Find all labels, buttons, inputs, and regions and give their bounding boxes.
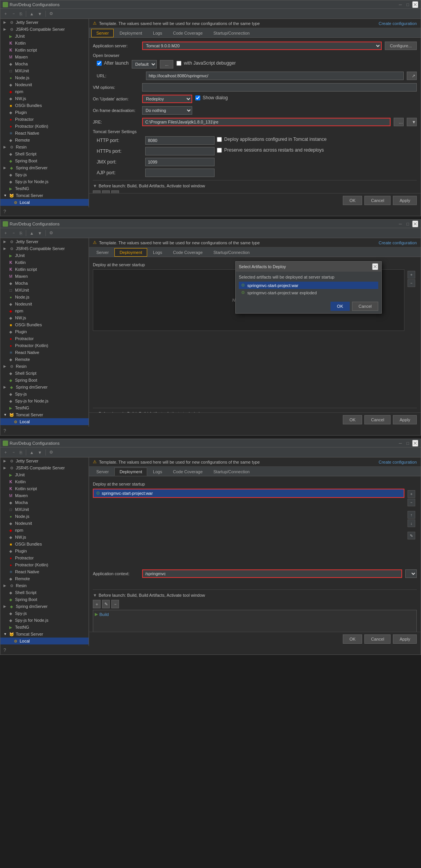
deploy-apps-checkbox[interactable] bbox=[217, 137, 222, 142]
s2-npm[interactable]: ◆npm bbox=[0, 307, 89, 314]
minimize-btn-3[interactable]: ─ bbox=[398, 440, 404, 446]
deploy-apps-check[interactable]: Deploy applications configured in Tomcat… bbox=[217, 137, 417, 142]
up-btn-1[interactable]: ▲ bbox=[28, 11, 35, 17]
before-launch-add-btn-3[interactable]: ＋ bbox=[93, 600, 101, 608]
s3-mxunit[interactable]: □MXUnit bbox=[0, 506, 89, 513]
sidebar-item-nodejs[interactable]: ● Node.js bbox=[0, 74, 89, 81]
s2-nodeunit[interactable]: ◆Nodeunit bbox=[0, 300, 89, 307]
sidebar-item-shell[interactable]: ◆ Shell Script bbox=[0, 150, 89, 157]
before-launch-remove-btn-1[interactable]: － bbox=[111, 190, 119, 193]
s2-kotlin[interactable]: KKotlin bbox=[0, 259, 89, 266]
sidebar-item-nodeunit[interactable]: ◆ Nodeunit bbox=[0, 81, 89, 88]
sidebar-item-plugin[interactable]: ◆ Plugin bbox=[0, 109, 89, 116]
artifact-item-war-exploded[interactable]: ⚙ springmvc-start-project:war exploded bbox=[239, 289, 378, 296]
before-launch-edit-btn-1[interactable]: ✎ bbox=[102, 190, 110, 193]
jre-more-btn[interactable]: ▼ bbox=[407, 118, 417, 126]
s3-remote-tomcat[interactable]: ⚙Remote bbox=[0, 644, 89, 646]
create-config-link-3[interactable]: Create configuration bbox=[379, 460, 417, 464]
help-btn-1[interactable]: ? bbox=[3, 209, 6, 214]
sidebar-item-protractor[interactable]: ● Protractor bbox=[0, 116, 89, 123]
close-btn-1[interactable]: ✕ bbox=[412, 1, 418, 8]
help-btn-2[interactable]: ? bbox=[3, 428, 6, 434]
close-btn-2[interactable]: ✕ bbox=[412, 220, 418, 227]
s2-osgi[interactable]: ■OSGi Bundles bbox=[0, 321, 89, 328]
s3-spring-boot[interactable]: ◆Spring Boot bbox=[0, 596, 89, 603]
up-btn-2[interactable]: ▲ bbox=[28, 230, 35, 236]
s2-spyjs-node[interactable]: ◆Spy-js for Node.js bbox=[0, 397, 89, 404]
maximize-btn-1[interactable]: □ bbox=[405, 2, 411, 8]
s3-jetty[interactable]: ▶⚙Jetty Server bbox=[0, 457, 89, 464]
s2-spyjs[interactable]: ◆Spy-js bbox=[0, 391, 89, 397]
s2-mocha[interactable]: ◆Mocha bbox=[0, 280, 89, 287]
apply-btn-3[interactable]: Apply bbox=[393, 634, 417, 644]
artifact-dialog-close[interactable]: ✕ bbox=[372, 263, 378, 270]
deploy-add-btn-3[interactable]: ＋ bbox=[408, 490, 415, 498]
sidebar-item-remote-tomcat[interactable]: ⚙ Remote bbox=[0, 206, 89, 207]
copy-btn-3[interactable]: ⎘ bbox=[18, 449, 24, 456]
s2-shell[interactable]: ◆Shell Script bbox=[0, 370, 89, 377]
tab-startup-1[interactable]: Startup/Connection bbox=[208, 29, 255, 37]
maximize-btn-3[interactable]: □ bbox=[405, 440, 411, 446]
app-context-select[interactable]: ▼ bbox=[405, 569, 417, 578]
remove-btn-3[interactable]: － bbox=[10, 449, 17, 456]
apply-btn-1[interactable]: Apply bbox=[393, 196, 417, 205]
s2-react[interactable]: ⚛React Native bbox=[0, 349, 89, 356]
configure-btn-1[interactable]: Configure... bbox=[385, 42, 417, 50]
sidebar-item-jsr45[interactable]: ▶ ⚙ JSR45 Compatible Server bbox=[0, 26, 89, 33]
tab-coverage-2[interactable]: Code Coverage bbox=[168, 248, 208, 257]
browser-more-btn[interactable]: ... bbox=[160, 60, 173, 68]
settings-btn-3[interactable]: ⚙ bbox=[48, 449, 55, 456]
tab-coverage-1[interactable]: Code Coverage bbox=[168, 29, 208, 37]
s3-nwjs[interactable]: ◆NW.js bbox=[0, 534, 89, 541]
s3-resin[interactable]: ▶⚙Resin bbox=[0, 582, 89, 589]
sidebar-item-spring-boot[interactable]: ◆ Spring Boot bbox=[0, 157, 89, 164]
sidebar-item-mxunit[interactable]: □ MXUnit bbox=[0, 67, 89, 74]
artifact-ok-btn[interactable]: OK bbox=[330, 302, 350, 311]
tab-startup-2[interactable]: Startup/Connection bbox=[208, 248, 255, 257]
sidebar-item-resin[interactable]: ▶ ⚙ Resin bbox=[0, 144, 89, 150]
s3-protractor[interactable]: ●Protractor bbox=[0, 554, 89, 561]
s3-local[interactable]: ⚙Local bbox=[0, 638, 89, 644]
https-port-input[interactable] bbox=[145, 147, 215, 155]
url-input[interactable] bbox=[146, 72, 404, 80]
tab-server-3[interactable]: Server bbox=[91, 467, 114, 476]
after-launch-select[interactable]: Default bbox=[132, 60, 157, 68]
minimize-btn-1[interactable]: ─ bbox=[398, 2, 404, 8]
s3-react[interactable]: ⚛React Native bbox=[0, 568, 89, 575]
s3-kotlin[interactable]: KKotlin bbox=[0, 478, 89, 485]
s3-protractor-k[interactable]: ●Protractor (Kotlin) bbox=[0, 561, 89, 568]
ok-btn-1[interactable]: OK bbox=[343, 196, 362, 205]
deploy-up-btn-3[interactable]: ↑ bbox=[408, 511, 415, 519]
remove-btn-2[interactable]: － bbox=[10, 229, 17, 237]
sidebar-item-testng[interactable]: ▶ TestNG bbox=[0, 185, 89, 192]
sidebar-item-jetty[interactable]: ▶ ⚙ Jetty Server bbox=[0, 19, 89, 26]
tab-server-1[interactable]: Server bbox=[91, 29, 114, 37]
deploy-remove-btn-3[interactable]: － bbox=[408, 499, 415, 506]
preserve-sessions-checkbox[interactable] bbox=[217, 148, 222, 153]
s2-junit[interactable]: ▶JUnit bbox=[0, 252, 89, 259]
tab-server-2[interactable]: Server bbox=[91, 248, 114, 257]
s3-junit[interactable]: ▶JUnit bbox=[0, 471, 89, 478]
tab-startup-3[interactable]: Startup/Connection bbox=[208, 467, 255, 476]
add-btn-2[interactable]: ＋ bbox=[2, 229, 9, 237]
create-config-link-1[interactable]: Create configuration bbox=[379, 21, 417, 26]
s2-protractor[interactable]: ●Protractor bbox=[0, 335, 89, 342]
help-btn-3[interactable]: ? bbox=[3, 648, 6, 653]
s3-shell[interactable]: ◆Shell Script bbox=[0, 589, 89, 596]
s3-kotlin-script[interactable]: KKotlin script bbox=[0, 485, 89, 492]
sidebar-item-maven[interactable]: M Maven bbox=[0, 53, 89, 60]
jre-browse-btn[interactable]: … bbox=[394, 118, 404, 126]
vm-options-input[interactable] bbox=[142, 83, 417, 92]
sidebar-item-spring-dm[interactable]: ▶ ◆ Spring dmServer bbox=[0, 164, 89, 171]
ok-btn-3[interactable]: OK bbox=[343, 634, 362, 644]
tab-deployment-2[interactable]: Deployment bbox=[114, 248, 147, 257]
tab-logs-2[interactable]: Logs bbox=[148, 248, 167, 257]
s3-remote[interactable]: ◆Remote bbox=[0, 575, 89, 582]
after-launch-checkbox[interactable] bbox=[97, 61, 102, 66]
sidebar-item-kotlin-script[interactable]: K Kotlin script bbox=[0, 47, 89, 53]
s2-tomcat[interactable]: ▼🐱Tomcat Server bbox=[0, 411, 89, 418]
s2-protractor-k[interactable]: ●Protractor (Kotlin) bbox=[0, 342, 89, 349]
up-btn-3[interactable]: ▲ bbox=[28, 449, 35, 456]
minimize-btn-2[interactable]: ─ bbox=[398, 221, 404, 227]
s3-osgi[interactable]: ■OSGi Bundles bbox=[0, 541, 89, 548]
